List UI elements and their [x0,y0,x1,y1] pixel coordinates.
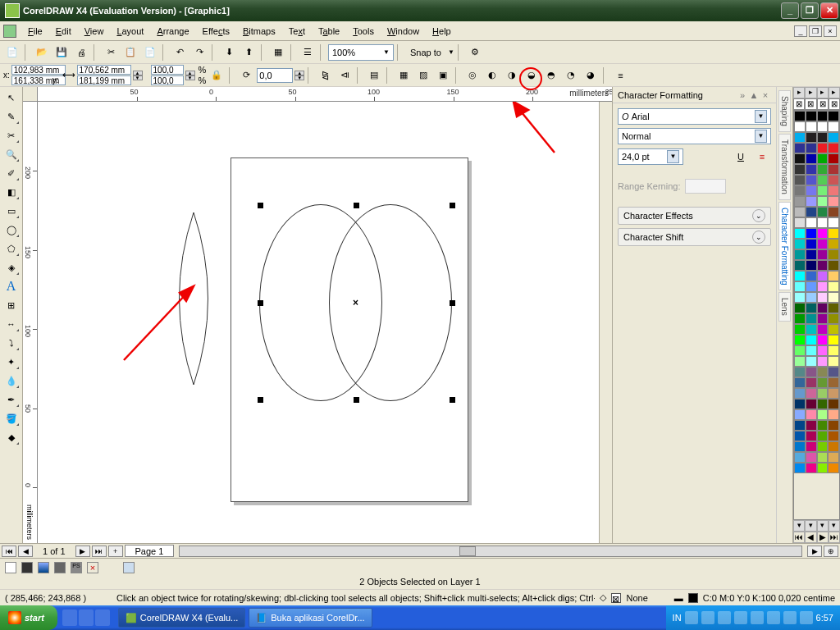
color-swatch[interactable] [817,281,829,292]
tray-media-play[interactable] [718,611,731,624]
menu-arrange[interactable]: Arrange [150,25,195,38]
docker-close-icon[interactable]: × [760,90,771,100]
pick-tool[interactable]: ↖ [2,89,21,107]
eyedropper-tool[interactable]: 💧 [2,372,21,390]
color-swatch[interactable] [806,185,817,196]
color-swatch[interactable] [828,196,839,207]
page-tab[interactable]: Page 1 [125,545,175,557]
effects-tool[interactable]: ✦ [2,353,21,371]
color-swatch[interactable] [806,217,817,228]
color-swatch[interactable] [806,313,817,324]
crop-tool[interactable]: ✂ [2,126,21,144]
color-swatch[interactable] [806,367,817,377]
color-swatch[interactable] [794,335,806,345]
interactive-fill-tool[interactable]: ◆ [2,428,21,446]
clock[interactable]: 6:57 [816,613,833,623]
group-button[interactable]: ▣ [434,66,452,84]
color-swatch[interactable] [806,249,817,260]
color-swatch[interactable] [806,335,817,345]
color-swatch[interactable] [817,399,829,409]
tab-character-formatting[interactable]: Character Formatting [778,202,791,290]
to-back-button[interactable]: ▨ [414,66,432,84]
color-swatch[interactable] [806,228,817,239]
color-swatch[interactable] [828,207,839,217]
color-swatch[interactable] [828,463,839,473]
color-swatch[interactable] [806,452,817,463]
color-swatch[interactable] [794,260,806,271]
handle-mr[interactable] [450,300,455,306]
color-swatch[interactable] [828,175,839,185]
color-swatch[interactable] [794,207,806,217]
color-swatch[interactable] [806,164,817,175]
navigator-button[interactable]: ⊕ [824,546,838,557]
tray-media-next[interactable] [751,611,764,624]
color-swatch[interactable] [806,239,817,249]
mdi-minimize[interactable]: _ [794,25,807,37]
color-swatch[interactable] [806,377,817,388]
handle-ml[interactable] [258,300,263,306]
color-swatch[interactable] [828,281,839,292]
language-indicator[interactable]: IN [673,613,682,623]
x-position-input[interactable] [11,65,66,75]
color-swatch[interactable] [828,377,839,388]
new-button[interactable]: 📄 [3,43,21,62]
color-swatch[interactable] [794,175,806,185]
color-swatch[interactable] [828,313,839,324]
color-swatch[interactable] [817,367,829,377]
color-swatch[interactable] [817,228,829,239]
mdi-restore[interactable]: ❐ [809,25,822,37]
handle-tr[interactable] [450,203,455,208]
color-swatch[interactable] [794,217,806,228]
underline-button[interactable]: U [732,148,750,166]
color-swatch[interactable] [806,196,817,207]
menu-view[interactable]: View [78,25,111,38]
color-swatch[interactable] [828,111,839,121]
color-swatch[interactable] [794,132,806,143]
connector-tool[interactable]: ⤵ [2,334,21,352]
color-swatch[interactable] [794,271,806,281]
print-button[interactable]: 🖨 [72,43,90,62]
color-swatch[interactable] [794,111,806,121]
front-minus-back-button[interactable]: ◓ [542,66,560,84]
minimize-button[interactable]: _ [781,2,799,19]
menu-edit[interactable]: Edit [49,25,78,38]
tab-lens[interactable]: Lens [778,292,791,322]
no-fill-swatch[interactable]: ⊠ [793,98,805,110]
color-swatch[interactable] [794,367,806,377]
redo-button[interactable]: ↷ [190,43,208,62]
color-swatch[interactable] [794,431,806,441]
color-swatch[interactable] [794,292,806,303]
vertical-scrollbar[interactable] [599,102,612,543]
color-swatch[interactable] [828,345,839,356]
import-button[interactable]: ⬇ [220,43,238,62]
boundary-button[interactable]: ◕ [582,66,600,84]
color-swatch[interactable] [794,420,806,431]
add-page-button[interactable]: + [108,546,123,557]
color-swatch[interactable] [828,324,839,335]
color-swatch[interactable] [806,292,817,303]
mdi-close[interactable]: × [824,25,837,37]
handle-tc[interactable] [354,203,359,208]
color-swatch[interactable] [828,260,839,271]
strikethrough-button[interactable]: ≡ [753,148,771,166]
color-swatch[interactable] [806,399,817,409]
lock-ratio-button[interactable]: 🔒 [208,66,226,84]
vertical-ruler[interactable]: millimeters 050100150200 [23,102,38,543]
tray-media-prev[interactable] [701,611,714,624]
color-swatch[interactable] [794,441,806,452]
docker-expand-icon[interactable]: » [737,90,748,100]
text-tool[interactable]: A [2,277,21,295]
menu-effects[interactable]: Effects [196,25,236,38]
rotation-input[interactable] [257,68,293,83]
color-swatch[interactable] [828,153,839,164]
tray-icon[interactable] [685,611,698,624]
ellipse-right[interactable] [329,204,452,401]
prev-page-button[interactable]: ◀ [18,546,33,557]
tray-icon[interactable] [800,611,813,624]
height-input[interactable] [77,75,131,85]
menu-tools[interactable]: Tools [346,25,381,38]
color-swatch[interactable] [817,303,829,313]
color-swatch[interactable] [806,420,817,431]
color-swatch[interactable] [794,196,806,207]
taskbar-item-coreldraw[interactable]: 🟩 CorelDRAW X4 (Evalu... [118,608,245,628]
